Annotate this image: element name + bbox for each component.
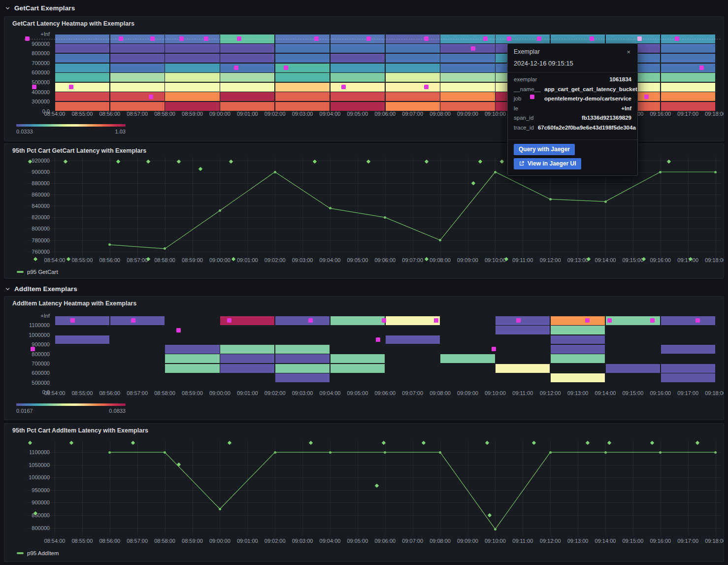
y-axis-tick-label: 400000 [8, 89, 50, 95]
exemplar-marker[interactable] [695, 318, 700, 323]
section-title: GetCart Exemplars [14, 4, 75, 12]
exemplar-marker-selected[interactable] [637, 36, 642, 41]
tooltip-field-value: 67c60fa2e2f0ba9e6e43d198f5de304a [538, 125, 636, 131]
exemplar-marker[interactable] [434, 318, 438, 323]
exemplar-marker[interactable] [131, 318, 135, 323]
y-axis-tick-label: 700000 [8, 60, 50, 66]
close-icon[interactable]: × [626, 48, 631, 56]
x-axis-tick-label: 08:55:00 [66, 390, 98, 396]
x-axis-tick-label: 08:57:00 [122, 111, 153, 117]
color-scale-bar [16, 403, 126, 406]
heatmap-cell [220, 354, 274, 363]
heatmap-cell [165, 354, 219, 363]
heatmap-cell [440, 92, 495, 101]
panel-title[interactable]: GetCart Latency Heatmap with Exemplars [12, 20, 134, 27]
heatmap-cell [110, 54, 165, 63]
exemplar-marker[interactable] [204, 36, 208, 41]
exemplar-marker[interactable] [341, 85, 346, 89]
tooltip-timestamp: 2024-12-16 09:15:15 [514, 60, 631, 67]
heatmap-cell [331, 44, 385, 53]
heatmap-cell [275, 73, 330, 82]
exemplar-marker[interactable] [234, 66, 238, 70]
exemplar-marker[interactable] [607, 318, 612, 323]
exemplar-marker[interactable] [179, 36, 184, 41]
x-axis-tick-label: 09:08:00 [425, 390, 456, 396]
heatmap-cell [331, 102, 385, 111]
exemplar-marker[interactable] [516, 318, 521, 323]
exemplar-marker[interactable] [644, 95, 649, 99]
x-axis-tick-label: 09:07:00 [397, 111, 429, 117]
exemplar-marker[interactable] [149, 95, 153, 99]
x-axis-tick-label: 09:01:00 [232, 111, 263, 117]
exemplar-marker[interactable] [70, 318, 75, 323]
x-axis-tick-label: 09:04:00 [314, 111, 346, 117]
line-vertex-point [714, 451, 717, 454]
query-with-jaeger-button[interactable]: Query with Jaeger [514, 144, 575, 155]
x-axis-tick-label: 08:58:00 [149, 390, 181, 396]
exemplar-marker[interactable] [492, 347, 496, 351]
line-vertex-point [714, 171, 717, 173]
heatmap-cell [331, 83, 385, 92]
exemplar-marker[interactable] [471, 46, 475, 51]
exemplar-marker[interactable] [366, 36, 371, 41]
heatmap-cell [496, 326, 550, 334]
heatmap-cell [220, 73, 274, 82]
line-vertex-point [439, 451, 441, 454]
x-axis-tick-label: 08:59:00 [177, 390, 208, 396]
x-axis-tick-label: 09:03:00 [287, 390, 318, 396]
exemplar-marker[interactable] [675, 36, 679, 41]
x-axis-tick-label: 09:06:00 [369, 390, 401, 396]
color-scale-min-label: 0.0167 [16, 408, 33, 414]
exemplar-marker[interactable] [314, 36, 319, 41]
exemplar-marker[interactable] [650, 318, 655, 323]
heatmap-cell [331, 64, 385, 72]
x-axis-tick-label: 08:56:00 [94, 390, 126, 396]
exemplar-marker[interactable] [119, 36, 123, 41]
exemplar-marker[interactable] [483, 36, 488, 41]
x-axis-tick-label: 09:05:00 [342, 111, 373, 117]
exemplar-marker[interactable] [284, 66, 288, 70]
heatmap-cell [661, 83, 715, 92]
tooltip-field-key: exemplar [514, 76, 537, 82]
line-vertex-point [604, 451, 607, 454]
exemplar-marker[interactable] [32, 85, 36, 89]
exemplar-marker[interactable] [227, 318, 232, 323]
chevron-down-icon [5, 5, 10, 11]
heatmap-cell [275, 44, 330, 53]
exemplar-dashed-line [24, 39, 721, 39]
exemplar-marker[interactable] [376, 337, 380, 342]
exemplar-marker[interactable] [424, 85, 429, 89]
heatmap-cell [331, 316, 385, 325]
heatmap-cell [386, 54, 440, 63]
panel-title[interactable]: AddItem Latency Heatmap with Exemplars [12, 300, 136, 307]
exemplar-marker[interactable] [150, 36, 155, 41]
heatmap-cell [110, 102, 165, 111]
exemplar-marker[interactable] [507, 36, 511, 41]
view-in-jaeger-ui-button[interactable]: View in Jaeger UI [514, 158, 581, 169]
y-axis-tick-label: 1100000 [8, 322, 50, 328]
exemplar-marker[interactable] [424, 36, 429, 41]
section-header-additem[interactable]: AddItem Exemplars [5, 284, 77, 294]
x-axis-tick-label: 09:08:00 [425, 111, 456, 117]
exemplar-marker[interactable] [237, 36, 241, 41]
tooltip-field-value: app_cart_get_cart_latency_bucket [544, 86, 637, 92]
exemplar-marker[interactable] [530, 95, 534, 99]
x-axis-tick-label: 09:00:00 [204, 111, 235, 117]
color-scale-bar [16, 124, 126, 127]
exemplar-marker[interactable] [382, 318, 386, 323]
tooltip-field-key: trace_id [514, 125, 534, 131]
y-axis-tick-label: 1000000 [8, 332, 50, 338]
exemplar-marker[interactable] [537, 36, 541, 41]
heatmap-cell [110, 44, 165, 53]
tooltip-field-key: span_id [514, 115, 533, 121]
exemplar-marker[interactable] [590, 36, 594, 41]
exemplar-marker[interactable] [69, 85, 73, 89]
exemplar-marker[interactable] [176, 328, 181, 332]
exemplar-marker[interactable] [25, 36, 30, 41]
exemplar-marker[interactable] [699, 66, 704, 70]
exemplar-tooltip: Exemplar × 2024-12-16 09:15:15 exemplar1… [507, 43, 638, 176]
exemplar-marker[interactable] [585, 318, 590, 323]
exemplar-marker[interactable] [31, 347, 35, 351]
exemplar-marker[interactable] [308, 318, 313, 323]
section-header-getcart[interactable]: GetCart Exemplars [5, 3, 75, 13]
